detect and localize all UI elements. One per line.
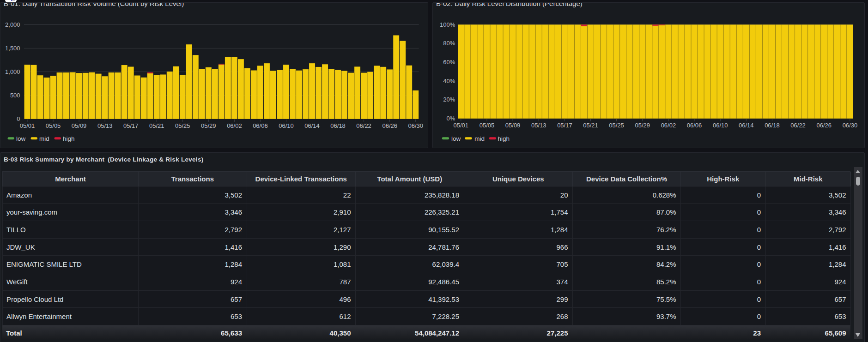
svg-text:05/25: 05/25 xyxy=(175,122,190,129)
svg-text:05/13: 05/13 xyxy=(97,122,113,129)
svg-text:06/26: 06/26 xyxy=(816,122,832,129)
svg-text:05/17: 05/17 xyxy=(123,122,139,129)
svg-text:05/21: 05/21 xyxy=(149,122,164,129)
svg-text:2,000: 2,000 xyxy=(5,21,20,28)
svg-text:mid: mid xyxy=(474,135,485,142)
svg-text:low: low xyxy=(451,135,461,142)
svg-text:05/01: 05/01 xyxy=(20,122,35,129)
svg-text:05/29: 05/29 xyxy=(635,122,650,129)
svg-text:06/18: 06/18 xyxy=(330,122,346,129)
svg-text:06/14: 06/14 xyxy=(739,122,754,129)
svg-text:100%: 100% xyxy=(440,21,455,28)
svg-text:06/02: 06/02 xyxy=(227,122,242,129)
svg-text:40%: 40% xyxy=(443,77,455,84)
svg-text:05/01: 05/01 xyxy=(454,122,469,129)
svg-text:05/09: 05/09 xyxy=(72,122,87,129)
svg-text:05/21: 05/21 xyxy=(583,122,598,129)
svg-text:1,000: 1,000 xyxy=(5,68,20,75)
svg-text:20%: 20% xyxy=(443,96,455,103)
svg-text:06/22: 06/22 xyxy=(356,122,371,129)
svg-text:06/10: 06/10 xyxy=(713,122,728,129)
svg-text:05/05: 05/05 xyxy=(480,122,495,129)
svg-text:05/05: 05/05 xyxy=(46,122,61,129)
svg-text:06/06: 06/06 xyxy=(253,122,268,129)
svg-text:06/30: 06/30 xyxy=(408,122,423,129)
svg-text:06/18: 06/18 xyxy=(765,122,780,129)
svg-text:low: low xyxy=(16,135,26,142)
svg-text:06/02: 06/02 xyxy=(661,122,676,129)
svg-text:500: 500 xyxy=(10,91,20,98)
svg-text:high: high xyxy=(63,135,75,142)
svg-text:high: high xyxy=(498,135,510,142)
svg-text:06/30: 06/30 xyxy=(843,122,858,129)
svg-text:1,500: 1,500 xyxy=(5,44,20,51)
svg-text:80%: 80% xyxy=(443,40,455,47)
svg-text:0%: 0% xyxy=(447,115,455,122)
svg-text:mid: mid xyxy=(39,135,49,142)
svg-text:05/25: 05/25 xyxy=(609,122,624,129)
svg-text:05/13: 05/13 xyxy=(531,122,546,129)
svg-text:05/17: 05/17 xyxy=(557,122,572,129)
svg-text:05/09: 05/09 xyxy=(505,122,521,129)
svg-text:0: 0 xyxy=(17,115,20,122)
svg-text:05/29: 05/29 xyxy=(201,122,216,129)
svg-text:06/06: 06/06 xyxy=(687,122,702,129)
svg-text:06/10: 06/10 xyxy=(279,122,294,129)
svg-text:06/22: 06/22 xyxy=(790,122,806,129)
svg-text:60%: 60% xyxy=(443,58,455,65)
svg-text:06/14: 06/14 xyxy=(304,122,320,129)
svg-text:06/26: 06/26 xyxy=(382,122,397,129)
